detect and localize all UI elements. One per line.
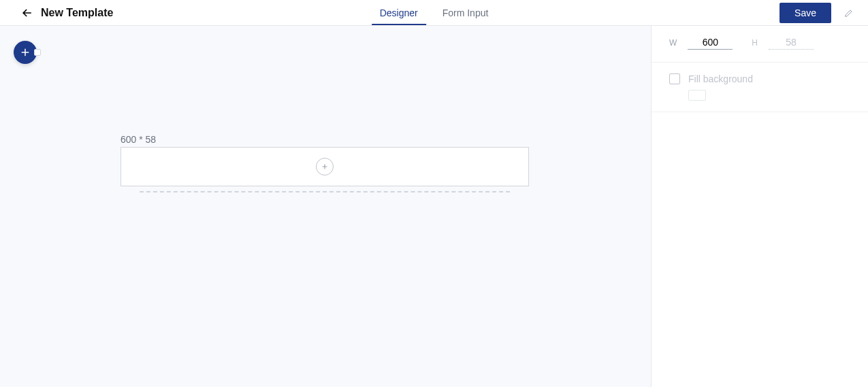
width-input[interactable] [688,35,733,50]
pencil-icon [843,7,854,18]
fill-row: Fill background [652,63,868,112]
add-element-button[interactable] [14,41,37,64]
tab-designer[interactable]: Designer [380,0,418,25]
height-field: H [752,35,814,50]
tab-form-input[interactable]: Form Input [443,0,489,25]
tabs: Designer Form Input [380,0,489,25]
height-label: H [752,38,758,48]
canvas[interactable]: 600 * 58 [0,26,652,387]
header: New Template Designer Form Input Save [0,0,868,26]
canvas-dim-label: 600 * 58 [120,134,156,145]
properties-panel: W H Fill background [652,26,868,387]
save-button[interactable]: Save [779,3,831,23]
fill-background-checkbox[interactable] [669,73,680,84]
height-input [769,35,814,50]
width-field: W [669,35,733,50]
fill-color-swatch[interactable] [688,90,706,101]
fill-background-label: Fill background [688,73,753,84]
add-slot-button[interactable] [316,158,334,175]
plus-circle-icon [320,162,329,171]
back-button[interactable] [20,6,34,20]
template-box[interactable] [120,147,529,186]
width-label: W [669,38,677,48]
plus-icon [19,46,31,58]
header-actions: Save [779,3,854,23]
edit-name-button[interactable] [843,7,854,18]
guide-line [140,191,510,192]
page-title: New Template [41,7,113,19]
dimension-row: W H [652,35,868,63]
body: 600 * 58 W H Fill background [0,26,868,387]
arrow-left-icon [20,6,34,20]
